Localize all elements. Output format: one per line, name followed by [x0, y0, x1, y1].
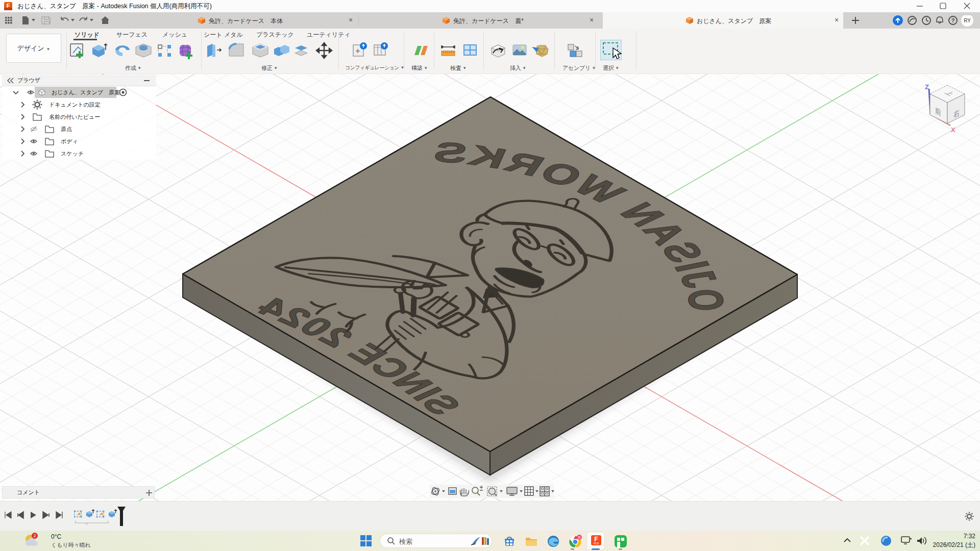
svg-text:X: X [951, 126, 955, 134]
svg-text:F: F [7, 3, 10, 9]
svg-text:Z: Z [925, 83, 929, 91]
svg-text:R: R [578, 536, 580, 539]
svg-text:2: 2 [33, 533, 36, 538]
svg-text:FUS: FUS [594, 542, 599, 545]
svg-text:RY: RY [964, 18, 971, 23]
svg-text:?: ? [951, 17, 955, 23]
